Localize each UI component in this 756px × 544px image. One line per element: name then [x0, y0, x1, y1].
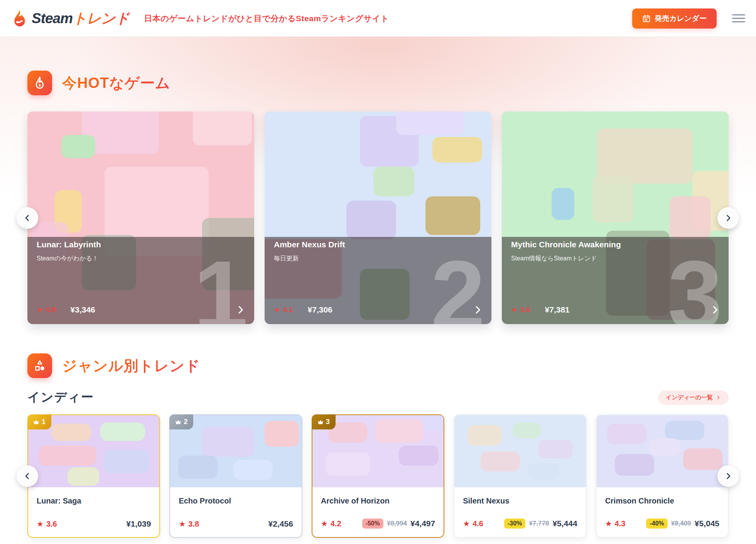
discount-badge: -30% — [504, 519, 525, 529]
genre-card-info: Silent Nexus ★ 4.6 -30% ¥7,778 ¥5,444 — [454, 487, 586, 537]
genre-carousel-prev-button[interactable] — [17, 465, 38, 487]
star-icon: ★ — [274, 306, 280, 314]
game-cover-image — [597, 415, 728, 487]
genre-game-card-4[interactable]: Silent Nexus ★ 4.6 -30% ¥7,778 ¥5,444 — [454, 414, 586, 538]
chevron-right-icon[interactable] — [709, 304, 721, 316]
genre-card-info: Crimson Chronicle ★ 4.3 -40% ¥8,409 ¥5,0… — [597, 487, 728, 537]
price-group: ¥1,039 — [126, 519, 151, 529]
genre-card-info: Echo Protocol ★ 3.8 ¥2,456 — [170, 487, 301, 537]
price-group: ¥2,456 — [268, 519, 293, 529]
game-subtitle: Steam情報ならSteamトレンド — [511, 255, 719, 263]
hot-game-card-2[interactable]: 2 Amber Nexus Drift 毎日更新 ★ 4.1 ¥7,306 — [265, 112, 491, 324]
page: Steamトレンド 日本のゲームトレンドがひと目で分かるSteamランキングサイ… — [0, 0, 756, 544]
game-price: ¥1,039 — [126, 519, 151, 529]
price-group: -40% ¥8,409 ¥5,045 — [646, 519, 719, 529]
game-meta: ★ 3.6 ¥1,039 — [37, 519, 151, 529]
genre-section-title: ジャンル別トレンド — [62, 356, 200, 376]
game-rating: 3.6 — [46, 520, 57, 529]
shapes-section-icon — [27, 353, 52, 378]
genre-view-all-label: インディーの一覧 — [666, 394, 713, 401]
genre-section-header: ジャンル別トレンド — [27, 353, 729, 378]
star-icon: ★ — [321, 519, 328, 528]
genre-game-card-3[interactable]: 3 Archive of Horizon ★ 4.2 -50% — [312, 414, 444, 538]
old-price: ¥8,409 — [671, 520, 691, 527]
game-subtitle: 毎日更新 — [274, 255, 482, 263]
flame-section-icon — [27, 71, 52, 95]
game-meta: ★ 4.9 ¥3,346 — [37, 304, 246, 316]
genre-game-card-1[interactable]: 1 Lunar: Saga ★ 3.6 ¥1,039 — [27, 414, 160, 538]
genre-carousel-next-button[interactable] — [717, 465, 739, 487]
genre-carousel: 1 Lunar: Saga ★ 3.6 ¥1,039 — [27, 414, 729, 538]
game-title: Crimson Chronicle — [605, 497, 719, 505]
release-calendar-label: 発売カレンダー — [655, 14, 707, 24]
genre-game-card-2[interactable]: 2 Echo Protocol ★ 3.8 ¥2,456 — [169, 414, 302, 538]
rank-number: 3 — [326, 418, 330, 426]
game-price: ¥3,346 — [71, 305, 95, 314]
game-price: ¥2,456 — [268, 519, 293, 529]
brand-name: Steamトレンド — [32, 9, 130, 28]
game-rating: 4.9 — [46, 306, 56, 314]
star-icon: ★ — [179, 519, 186, 529]
game-subtitle: Steamの今がわかる！ — [37, 255, 245, 263]
main-content: 今HOTなゲーム 1 — [0, 71, 756, 538]
star-icon: ★ — [37, 306, 43, 314]
discount-badge: -40% — [646, 519, 667, 529]
game-title: Lunar: Saga — [37, 497, 151, 505]
game-rating: 3.6 — [520, 306, 530, 314]
game-price: ¥5,444 — [552, 519, 577, 528]
game-price: ¥7,306 — [308, 305, 332, 314]
rank-badge: 2 — [169, 414, 193, 429]
game-meta: ★ 4.2 -50% ¥8,994 ¥4,497 — [321, 519, 435, 529]
genre-subsection-title: インディー — [27, 389, 94, 406]
game-rating: 4.2 — [331, 519, 341, 528]
header: Steamトレンド 日本のゲームトレンドがひと目で分かるSteamランキングサイ… — [0, 0, 756, 37]
star-icon: ★ — [463, 519, 470, 528]
game-rating: 4.3 — [615, 519, 626, 528]
hot-carousel: 1 Lunar: Labyrinth Steamの今がわかる！ ★ 4.9 ¥3… — [27, 112, 729, 324]
game-title: Silent Nexus — [463, 497, 577, 505]
flame-logo-icon — [12, 9, 28, 28]
game-title: Mythic Chronicle Awakening — [511, 240, 719, 249]
discount-badge: -50% — [362, 519, 383, 529]
menu-hamburger-icon[interactable] — [732, 14, 745, 22]
chevron-right-icon[interactable] — [472, 304, 484, 316]
hot-carousel-prev-button[interactable] — [17, 207, 38, 229]
game-price: ¥4,497 — [410, 519, 435, 528]
rank-badge: 1 — [27, 414, 51, 429]
hot-section-header: 今HOTなゲーム — [27, 71, 729, 95]
game-title: Archive of Horizon — [321, 497, 435, 505]
brand-logo[interactable]: Steamトレンド — [12, 9, 130, 28]
game-title: Echo Protocol — [179, 497, 293, 505]
star-icon: ★ — [511, 306, 517, 314]
crown-icon — [33, 419, 39, 425]
game-meta: ★ 4.6 -30% ¥7,778 ¥5,444 — [463, 519, 577, 529]
genre-game-card-5[interactable]: Crimson Chronicle ★ 4.3 -40% ¥8,409 ¥5,0… — [596, 414, 729, 538]
old-price: ¥7,778 — [529, 520, 549, 527]
game-meta: ★ 3.6 ¥7,381 — [511, 304, 721, 316]
site-tagline: 日本のゲームトレンドがひと目で分かるSteamランキングサイト — [144, 13, 389, 24]
genre-view-all-link[interactable]: インディーの一覧 — [658, 390, 729, 405]
price-group: -50% ¥8,994 ¥4,497 — [362, 519, 435, 529]
hot-card-info: Mythic Chronicle Awakening Steam情報ならStea… — [502, 112, 729, 324]
hot-game-card-3[interactable]: 3 Mythic Chronicle Awakening Steam情報ならSt… — [502, 112, 729, 324]
game-rating: 4.1 — [283, 306, 293, 314]
hot-game-card-1[interactable]: 1 Lunar: Labyrinth Steamの今がわかる！ ★ 4.9 ¥3… — [27, 112, 254, 324]
crown-icon — [175, 419, 181, 425]
star-icon: ★ — [605, 519, 612, 528]
genre-card-info: Lunar: Saga ★ 3.6 ¥1,039 — [28, 487, 159, 537]
genre-card-info: Archive of Horizon ★ 4.2 -50% ¥8,994 ¥4,… — [312, 487, 444, 537]
chevron-right-icon — [716, 395, 721, 400]
game-cover-image — [454, 415, 586, 487]
game-rating: 3.8 — [188, 520, 199, 529]
game-title: Amber Nexus Drift — [274, 240, 482, 249]
old-price: ¥8,994 — [387, 520, 407, 527]
calendar-icon — [642, 14, 651, 23]
hot-carousel-next-button[interactable] — [717, 207, 739, 229]
price-group: -30% ¥7,778 ¥5,444 — [504, 519, 577, 529]
game-title: Lunar: Labyrinth — [37, 240, 245, 249]
chevron-right-icon[interactable] — [235, 304, 246, 316]
rank-number: 1 — [42, 418, 46, 426]
release-calendar-button[interactable]: 発売カレンダー — [632, 8, 717, 29]
game-price: ¥5,045 — [695, 519, 719, 528]
game-price: ¥7,381 — [545, 305, 570, 314]
